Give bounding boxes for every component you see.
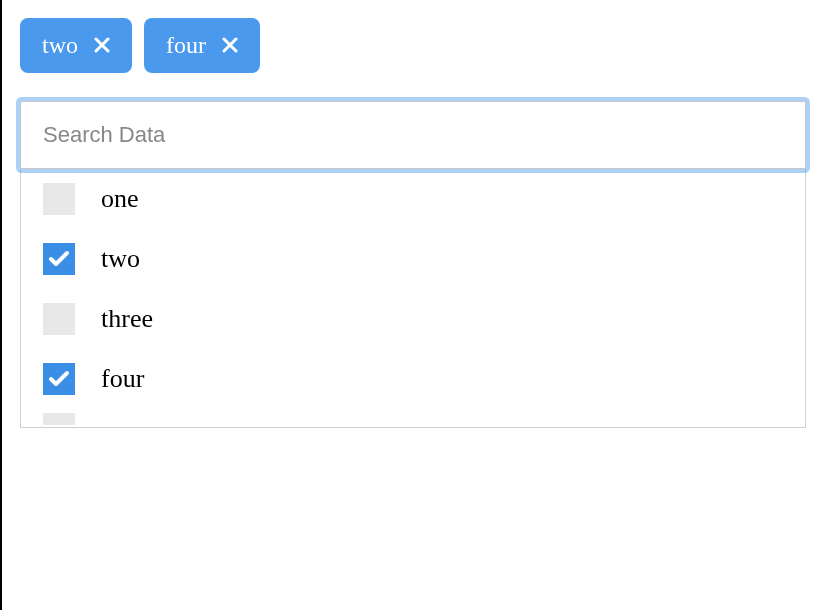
option-three[interactable]: three <box>21 289 805 349</box>
tag-label: two <box>42 32 78 59</box>
tag-label: four <box>166 32 206 59</box>
close-icon[interactable] <box>222 35 238 57</box>
checkbox-checked-icon[interactable] <box>43 243 75 275</box>
tag-two[interactable]: two <box>20 18 132 73</box>
search-input[interactable] <box>20 101 806 169</box>
checkbox-unchecked-icon[interactable] <box>43 303 75 335</box>
tag-four[interactable]: four <box>144 18 260 73</box>
option-label: three <box>101 304 153 334</box>
checkbox-unchecked-icon[interactable] <box>43 413 75 425</box>
option-label: one <box>101 184 139 214</box>
search-wrapper <box>20 101 806 169</box>
options-dropdown[interactable]: one two three four <box>20 169 806 428</box>
option-four[interactable]: four <box>21 349 805 409</box>
selected-tags-row: two four <box>20 18 806 73</box>
option-two[interactable]: two <box>21 229 805 289</box>
close-icon[interactable] <box>94 35 110 57</box>
checkbox-checked-icon[interactable] <box>43 363 75 395</box>
option-label: four <box>101 364 144 394</box>
checkbox-unchecked-icon[interactable] <box>43 183 75 215</box>
option-partial[interactable] <box>21 409 805 427</box>
option-one[interactable]: one <box>21 169 805 229</box>
option-label: two <box>101 244 140 274</box>
